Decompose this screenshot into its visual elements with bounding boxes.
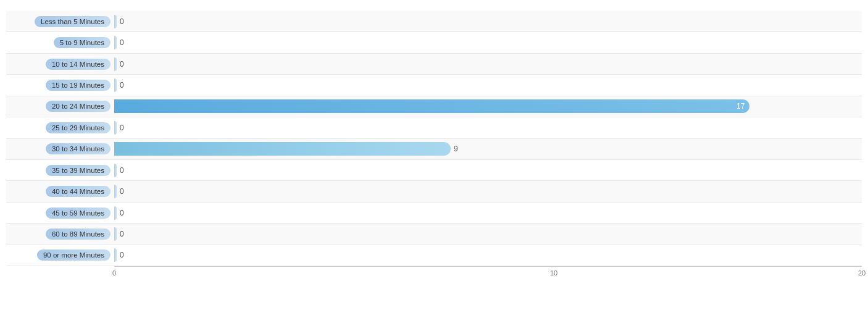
bar-track: 0 (114, 76, 862, 94)
bar-row: 20 to 24 Minutes17 (6, 96, 862, 117)
bar-label-pill: 30 to 34 Minutes (46, 143, 111, 154)
axis-tick: 0 (112, 269, 116, 277)
bar-row: 30 to 34 Minutes9 (6, 139, 862, 160)
bar-track: 17 (114, 98, 862, 115)
chart-container: Less than 5 Minutes05 to 9 Minutes010 to… (0, 0, 868, 323)
bar-track: 0 (114, 182, 862, 200)
bar-label: 5 to 9 Minutes (6, 37, 114, 48)
bar-label-pill: 25 to 29 Minutes (46, 122, 111, 133)
bar-value: 0 (120, 187, 124, 196)
bar-value: 0 (120, 251, 124, 259)
bar-value: 17 (737, 102, 745, 111)
bar-label-pill: 5 to 9 Minutes (54, 37, 111, 48)
bar-track: 0 (114, 33, 862, 51)
bar-fill (114, 185, 117, 198)
bar-track: 0 (114, 12, 862, 30)
bar-fill (114, 57, 117, 71)
bar-label: 10 to 14 Minutes (6, 59, 114, 70)
bar-label: 20 to 24 Minutes (6, 101, 114, 112)
bar-row: 15 to 19 Minutes0 (6, 75, 862, 96)
bar-value: 0 (120, 81, 124, 90)
bar-label-pill: 90 or more Minutes (37, 250, 111, 261)
bar-value: 0 (120, 124, 124, 132)
bar-track: 0 (114, 161, 862, 179)
bar-fill (114, 15, 117, 28)
bar-track: 0 (114, 119, 862, 136)
bar-track: 0 (114, 225, 862, 243)
bar-track: 0 (114, 204, 862, 222)
bar-label-pill: 60 to 89 Minutes (46, 229, 111, 240)
bar-fill (114, 121, 117, 135)
bar-label: 90 or more Minutes (6, 250, 114, 261)
bar-label: 40 to 44 Minutes (6, 186, 114, 197)
bar-fill (114, 227, 117, 241)
bars-section: Less than 5 Minutes05 to 9 Minutes010 to… (6, 11, 862, 266)
bar-row: Less than 5 Minutes0 (6, 11, 862, 32)
bar-track: 9 (114, 140, 862, 158)
bar-label-pill: 10 to 14 Minutes (46, 59, 111, 70)
bar-label: 25 to 29 Minutes (6, 122, 114, 133)
bar-value: 0 (120, 209, 124, 217)
bar-fill (114, 164, 117, 177)
bar-fill (114, 248, 117, 262)
bar-fill (114, 206, 117, 220)
axis-tick: 10 (550, 269, 557, 277)
bar-label-pill: 45 to 59 Minutes (46, 208, 111, 219)
bar-fill: 17 (114, 99, 749, 113)
bar-value: 0 (120, 60, 124, 69)
axis-tick: 20 (858, 269, 866, 277)
bar-row: 10 to 14 Minutes0 (6, 54, 862, 75)
bar-value: 0 (120, 38, 124, 47)
bar-label: 45 to 59 Minutes (6, 208, 114, 219)
bar-row: 60 to 89 Minutes0 (6, 224, 862, 245)
bar-value: 0 (120, 166, 124, 175)
bar-label-pill: 35 to 39 Minutes (46, 165, 111, 176)
bar-label-pill: 40 to 44 Minutes (46, 186, 111, 197)
bar-label-pill: Less than 5 Minutes (35, 16, 111, 27)
bar-value: 9 (454, 145, 458, 153)
bar-value: 0 (120, 230, 124, 238)
chart-area: Less than 5 Minutes05 to 9 Minutes010 to… (6, 11, 862, 285)
bar-row: 40 to 44 Minutes0 (6, 181, 862, 202)
bar-label-pill: 20 to 24 Minutes (46, 101, 111, 112)
bar-label: Less than 5 Minutes (6, 16, 114, 27)
bar-track: 0 (114, 55, 862, 73)
bar-fill (114, 78, 117, 92)
bar-row: 45 to 59 Minutes0 (6, 203, 862, 224)
bar-label: 35 to 39 Minutes (6, 165, 114, 176)
bar-row: 90 or more Minutes0 (6, 245, 862, 266)
bar-fill (114, 142, 451, 156)
bar-row: 25 to 29 Minutes0 (6, 117, 862, 138)
axis-section: 01020 (114, 266, 862, 285)
bar-label: 60 to 89 Minutes (6, 229, 114, 240)
bar-value: 0 (120, 17, 124, 26)
bar-fill (114, 36, 117, 49)
bar-row: 5 to 9 Minutes0 (6, 32, 862, 53)
bar-label: 15 to 19 Minutes (6, 80, 114, 91)
bar-track: 0 (114, 246, 862, 264)
bar-row: 35 to 39 Minutes0 (6, 160, 862, 181)
bar-label-pill: 15 to 19 Minutes (46, 80, 111, 91)
bar-label: 30 to 34 Minutes (6, 143, 114, 154)
